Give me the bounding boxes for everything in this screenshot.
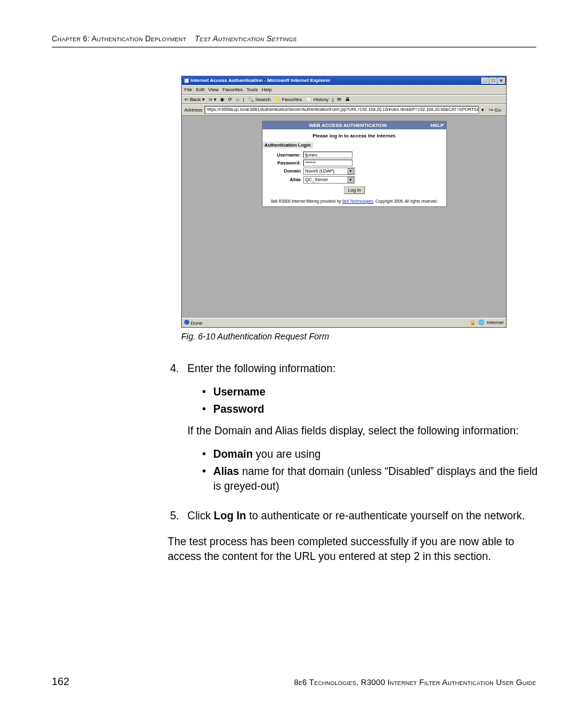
forward-button[interactable]: ⇒ ▾	[208, 97, 216, 103]
chevron-down-icon[interactable]: ▾	[348, 177, 354, 183]
back-button[interactable]: ⇐ Back ▾	[184, 97, 205, 103]
ie-title-text: Internet Access Authentication - Microso…	[190, 78, 330, 84]
ie-address-bar: Address https://r3000a.qc.local:8081/Aut…	[182, 104, 506, 115]
ie-menubar: File Edit View Favorites Tools Help	[182, 85, 506, 95]
password-label: Password:	[266, 160, 301, 166]
lock-icon: 🔒	[470, 320, 476, 326]
refresh-icon[interactable]: ⟳	[228, 97, 232, 103]
list-item: • Domain you are using	[202, 447, 540, 461]
step-5: 5. Click Log In to authenticate or re-au…	[170, 508, 540, 523]
chevron-down-icon[interactable]: ▾	[348, 168, 354, 174]
menu-file[interactable]: File	[184, 87, 192, 93]
auth-message: Please log in to access the Internet.	[263, 129, 446, 142]
figure-6-10: ▦ Internet Access Authentication - Micro…	[181, 76, 507, 328]
username-input[interactable]: tjones	[303, 152, 353, 158]
history-button[interactable]: 🕓 History	[306, 97, 329, 103]
ie-content-area: WEB ACCESS AUTHENTICATION HELP Please lo…	[182, 116, 506, 318]
vendor-link[interactable]: 8e6 Technologies	[342, 199, 373, 203]
domain-select[interactable]: Novell (LDAP)▾	[303, 168, 355, 175]
go-button[interactable]: ↪ Go	[486, 107, 504, 113]
status-text: Done	[190, 320, 202, 326]
stop-icon[interactable]: ◉	[220, 97, 224, 103]
ie-app-icon: ▦	[184, 78, 189, 84]
footer-text: 8e6 Technologies, R3000 Internet Filter …	[294, 678, 536, 687]
step-4-text: Enter the following information:	[187, 361, 540, 376]
list-item: •Password	[202, 402, 540, 416]
login-button[interactable]: Log In	[344, 186, 365, 194]
address-dropdown-icon[interactable]: ▾	[481, 107, 484, 113]
domain-label: Domain	[266, 168, 301, 174]
auth-footer: 8e6 R3000 Internet filtering provided by…	[263, 198, 446, 206]
address-label: Address	[184, 107, 202, 113]
header-left: Chapter 6: Authentication Deployment	[52, 34, 186, 43]
menu-edit[interactable]: Edit	[196, 87, 205, 93]
favorites-button[interactable]: ⭐ Favorites	[274, 97, 302, 103]
ie-titlebar: ▦ Internet Access Authentication - Micro…	[182, 76, 506, 85]
step-4-number: 4.	[170, 361, 187, 500]
closing-paragraph: The test process has been completed succ…	[168, 534, 541, 564]
auth-section-label: Authentication Login	[263, 142, 313, 148]
ie-logo-icon	[184, 320, 189, 325]
auth-heading: WEB ACCESS AUTHENTICATION	[265, 123, 431, 129]
password-input[interactable]: ******	[303, 160, 353, 166]
step-4-note: If the Domain and Alias fields display, …	[187, 423, 540, 438]
username-label: Username:	[266, 152, 301, 158]
home-icon[interactable]: ⌂	[236, 97, 239, 103]
ie-status-bar: Done 🔒 🌐 Internet	[182, 318, 506, 328]
security-zone: 🔒 🌐 Internet	[470, 320, 504, 326]
menu-view[interactable]: View	[208, 87, 219, 93]
alias-select[interactable]: QC_Server▾	[303, 176, 355, 184]
list-item: • Alias name for that domain (unless “Di…	[202, 464, 540, 493]
running-header: Chapter 6: Authentication Deployment Tes…	[52, 34, 536, 47]
header-right: Test Authentication Settings	[195, 34, 296, 43]
page-footer: 162 8e6 Technologies, R3000 Internet Fil…	[52, 676, 536, 688]
auth-header: WEB ACCESS AUTHENTICATION HELP	[263, 121, 446, 130]
body-text: 4. Enter the following information: •Use…	[170, 361, 540, 523]
auth-form: Username: tjones Password: ****** Domain…	[263, 148, 446, 198]
figure-caption: Fig. 6-10 Authentication Request Form	[181, 331, 536, 341]
search-button[interactable]: 🔍 Search	[248, 97, 271, 103]
maximize-icon[interactable]: □	[489, 78, 497, 84]
help-link[interactable]: HELP	[431, 123, 444, 129]
page-number: 162	[52, 676, 69, 688]
alias-label: Alias	[266, 177, 301, 182]
menu-help[interactable]: Help	[261, 87, 271, 93]
mail-icon[interactable]: ✉	[337, 97, 341, 103]
list-item: •Username	[202, 384, 540, 399]
auth-panel: WEB ACCESS AUTHENTICATION HELP Please lo…	[262, 121, 447, 207]
minimize-icon[interactable]: _	[481, 78, 489, 84]
menu-favorites[interactable]: Favorites	[223, 87, 243, 93]
step-5-number: 5.	[170, 508, 187, 523]
ie-window: ▦ Internet Access Authentication - Micro…	[181, 76, 507, 328]
print-icon[interactable]: 🖶	[345, 97, 350, 103]
close-icon[interactable]: ×	[497, 78, 505, 84]
internet-icon: 🌐	[478, 320, 484, 326]
ie-toolbar: ⇐ Back ▾ ⇒ ▾ ◉ ⟳ ⌂ | 🔍 Search ⭐ Favorite…	[182, 95, 506, 105]
address-input[interactable]: https://r3000a.qc.local:8081/Authenticat…	[205, 106, 479, 113]
menu-tools[interactable]: Tools	[247, 87, 258, 93]
step-4: 4. Enter the following information: •Use…	[170, 361, 540, 500]
